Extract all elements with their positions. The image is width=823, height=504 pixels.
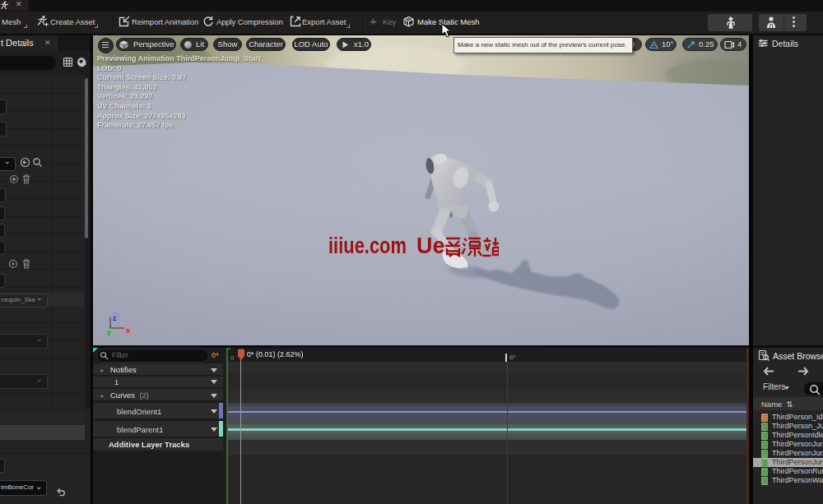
svg-text:z: z [113, 314, 117, 322]
svg-text:y: y [107, 328, 111, 336]
svg-text:x: x [126, 326, 130, 335]
svg-text:Ue: Ue [416, 234, 445, 258]
svg-text:iiiue.com: iiiue.com [328, 234, 407, 258]
